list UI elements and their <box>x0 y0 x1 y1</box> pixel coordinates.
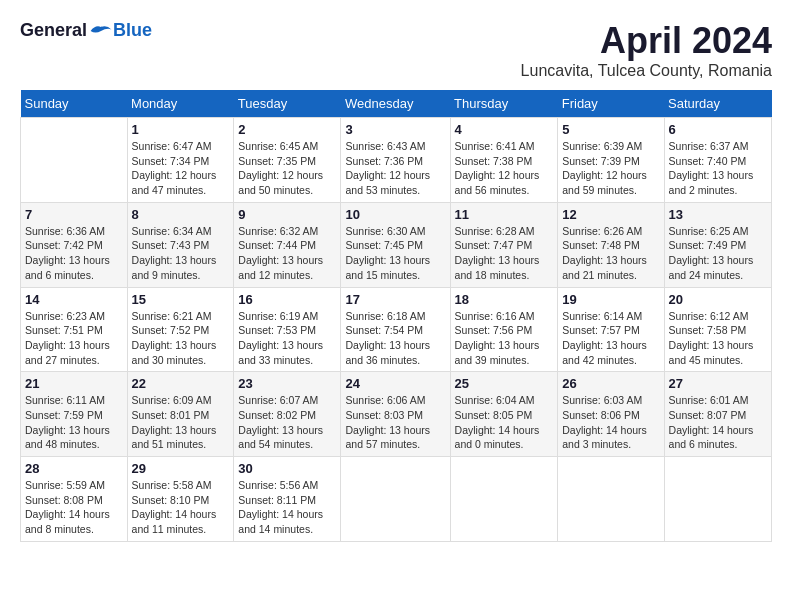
calendar-cell: 10Sunrise: 6:30 AM Sunset: 7:45 PM Dayli… <box>341 202 450 287</box>
day-number: 20 <box>669 292 767 307</box>
day-info: Sunrise: 6:14 AM Sunset: 7:57 PM Dayligh… <box>562 309 659 368</box>
calendar-cell <box>664 457 771 542</box>
calendar-cell: 7Sunrise: 6:36 AM Sunset: 7:42 PM Daylig… <box>21 202 128 287</box>
day-number: 4 <box>455 122 554 137</box>
logo-blue-text: Blue <box>113 20 152 41</box>
day-number: 27 <box>669 376 767 391</box>
day-number: 21 <box>25 376 123 391</box>
calendar-day-header-saturday: Saturday <box>664 90 771 118</box>
page-header: General Blue April 2024 Luncavita, Tulce… <box>20 20 772 80</box>
calendar-cell: 20Sunrise: 6:12 AM Sunset: 7:58 PM Dayli… <box>664 287 771 372</box>
day-info: Sunrise: 6:30 AM Sunset: 7:45 PM Dayligh… <box>345 224 445 283</box>
calendar-cell: 14Sunrise: 6:23 AM Sunset: 7:51 PM Dayli… <box>21 287 128 372</box>
calendar-cell: 28Sunrise: 5:59 AM Sunset: 8:08 PM Dayli… <box>21 457 128 542</box>
calendar-header-row: SundayMondayTuesdayWednesdayThursdayFrid… <box>21 90 772 118</box>
calendar-cell: 21Sunrise: 6:11 AM Sunset: 7:59 PM Dayli… <box>21 372 128 457</box>
day-info: Sunrise: 6:01 AM Sunset: 8:07 PM Dayligh… <box>669 393 767 452</box>
day-info: Sunrise: 6:03 AM Sunset: 8:06 PM Dayligh… <box>562 393 659 452</box>
day-number: 30 <box>238 461 336 476</box>
day-number: 10 <box>345 207 445 222</box>
calendar-cell: 27Sunrise: 6:01 AM Sunset: 8:07 PM Dayli… <box>664 372 771 457</box>
day-info: Sunrise: 6:06 AM Sunset: 8:03 PM Dayligh… <box>345 393 445 452</box>
day-number: 29 <box>132 461 230 476</box>
calendar-cell: 2Sunrise: 6:45 AM Sunset: 7:35 PM Daylig… <box>234 118 341 203</box>
day-info: Sunrise: 6:43 AM Sunset: 7:36 PM Dayligh… <box>345 139 445 198</box>
calendar-cell <box>558 457 664 542</box>
calendar-cell <box>21 118 128 203</box>
calendar-cell: 29Sunrise: 5:58 AM Sunset: 8:10 PM Dayli… <box>127 457 234 542</box>
calendar-cell: 18Sunrise: 6:16 AM Sunset: 7:56 PM Dayli… <box>450 287 558 372</box>
day-number: 1 <box>132 122 230 137</box>
calendar-cell: 8Sunrise: 6:34 AM Sunset: 7:43 PM Daylig… <box>127 202 234 287</box>
logo: General Blue <box>20 20 152 41</box>
day-info: Sunrise: 6:36 AM Sunset: 7:42 PM Dayligh… <box>25 224 123 283</box>
day-number: 8 <box>132 207 230 222</box>
day-number: 2 <box>238 122 336 137</box>
day-number: 6 <box>669 122 767 137</box>
logo-general-text: General <box>20 20 87 41</box>
calendar-cell: 15Sunrise: 6:21 AM Sunset: 7:52 PM Dayli… <box>127 287 234 372</box>
day-info: Sunrise: 6:04 AM Sunset: 8:05 PM Dayligh… <box>455 393 554 452</box>
day-info: Sunrise: 6:19 AM Sunset: 7:53 PM Dayligh… <box>238 309 336 368</box>
day-number: 24 <box>345 376 445 391</box>
calendar-week-row: 7Sunrise: 6:36 AM Sunset: 7:42 PM Daylig… <box>21 202 772 287</box>
day-info: Sunrise: 6:09 AM Sunset: 8:01 PM Dayligh… <box>132 393 230 452</box>
month-title: April 2024 <box>521 20 772 62</box>
calendar-cell: 1Sunrise: 6:47 AM Sunset: 7:34 PM Daylig… <box>127 118 234 203</box>
day-info: Sunrise: 6:47 AM Sunset: 7:34 PM Dayligh… <box>132 139 230 198</box>
calendar-cell: 24Sunrise: 6:06 AM Sunset: 8:03 PM Dayli… <box>341 372 450 457</box>
day-info: Sunrise: 6:45 AM Sunset: 7:35 PM Dayligh… <box>238 139 336 198</box>
calendar-cell: 12Sunrise: 6:26 AM Sunset: 7:48 PM Dayli… <box>558 202 664 287</box>
day-info: Sunrise: 5:58 AM Sunset: 8:10 PM Dayligh… <box>132 478 230 537</box>
location-text: Luncavita, Tulcea County, Romania <box>521 62 772 80</box>
calendar-day-header-friday: Friday <box>558 90 664 118</box>
calendar-cell: 11Sunrise: 6:28 AM Sunset: 7:47 PM Dayli… <box>450 202 558 287</box>
calendar-week-row: 14Sunrise: 6:23 AM Sunset: 7:51 PM Dayli… <box>21 287 772 372</box>
day-info: Sunrise: 6:23 AM Sunset: 7:51 PM Dayligh… <box>25 309 123 368</box>
day-number: 18 <box>455 292 554 307</box>
calendar-day-header-tuesday: Tuesday <box>234 90 341 118</box>
calendar-cell: 25Sunrise: 6:04 AM Sunset: 8:05 PM Dayli… <box>450 372 558 457</box>
day-info: Sunrise: 6:41 AM Sunset: 7:38 PM Dayligh… <box>455 139 554 198</box>
day-info: Sunrise: 6:39 AM Sunset: 7:39 PM Dayligh… <box>562 139 659 198</box>
day-number: 11 <box>455 207 554 222</box>
day-info: Sunrise: 6:07 AM Sunset: 8:02 PM Dayligh… <box>238 393 336 452</box>
day-number: 23 <box>238 376 336 391</box>
day-info: Sunrise: 6:37 AM Sunset: 7:40 PM Dayligh… <box>669 139 767 198</box>
calendar-cell: 16Sunrise: 6:19 AM Sunset: 7:53 PM Dayli… <box>234 287 341 372</box>
day-number: 26 <box>562 376 659 391</box>
day-info: Sunrise: 5:59 AM Sunset: 8:08 PM Dayligh… <box>25 478 123 537</box>
calendar-cell: 22Sunrise: 6:09 AM Sunset: 8:01 PM Dayli… <box>127 372 234 457</box>
day-info: Sunrise: 6:32 AM Sunset: 7:44 PM Dayligh… <box>238 224 336 283</box>
calendar-day-header-wednesday: Wednesday <box>341 90 450 118</box>
calendar-cell: 26Sunrise: 6:03 AM Sunset: 8:06 PM Dayli… <box>558 372 664 457</box>
day-number: 15 <box>132 292 230 307</box>
calendar-week-row: 21Sunrise: 6:11 AM Sunset: 7:59 PM Dayli… <box>21 372 772 457</box>
day-info: Sunrise: 6:26 AM Sunset: 7:48 PM Dayligh… <box>562 224 659 283</box>
day-info: Sunrise: 6:25 AM Sunset: 7:49 PM Dayligh… <box>669 224 767 283</box>
calendar-day-header-sunday: Sunday <box>21 90 128 118</box>
day-number: 9 <box>238 207 336 222</box>
calendar-cell: 9Sunrise: 6:32 AM Sunset: 7:44 PM Daylig… <box>234 202 341 287</box>
calendar-cell: 19Sunrise: 6:14 AM Sunset: 7:57 PM Dayli… <box>558 287 664 372</box>
day-info: Sunrise: 6:16 AM Sunset: 7:56 PM Dayligh… <box>455 309 554 368</box>
day-info: Sunrise: 6:28 AM Sunset: 7:47 PM Dayligh… <box>455 224 554 283</box>
day-number: 7 <box>25 207 123 222</box>
day-info: Sunrise: 6:34 AM Sunset: 7:43 PM Dayligh… <box>132 224 230 283</box>
day-number: 13 <box>669 207 767 222</box>
calendar-day-header-monday: Monday <box>127 90 234 118</box>
logo-bird-icon <box>89 21 113 41</box>
day-info: Sunrise: 6:12 AM Sunset: 7:58 PM Dayligh… <box>669 309 767 368</box>
calendar-cell: 3Sunrise: 6:43 AM Sunset: 7:36 PM Daylig… <box>341 118 450 203</box>
day-number: 17 <box>345 292 445 307</box>
day-info: Sunrise: 6:11 AM Sunset: 7:59 PM Dayligh… <box>25 393 123 452</box>
calendar-cell: 13Sunrise: 6:25 AM Sunset: 7:49 PM Dayli… <box>664 202 771 287</box>
calendar-week-row: 28Sunrise: 5:59 AM Sunset: 8:08 PM Dayli… <box>21 457 772 542</box>
day-number: 12 <box>562 207 659 222</box>
day-info: Sunrise: 5:56 AM Sunset: 8:11 PM Dayligh… <box>238 478 336 537</box>
calendar-cell: 23Sunrise: 6:07 AM Sunset: 8:02 PM Dayli… <box>234 372 341 457</box>
calendar-cell <box>450 457 558 542</box>
day-number: 28 <box>25 461 123 476</box>
calendar-cell <box>341 457 450 542</box>
day-number: 22 <box>132 376 230 391</box>
